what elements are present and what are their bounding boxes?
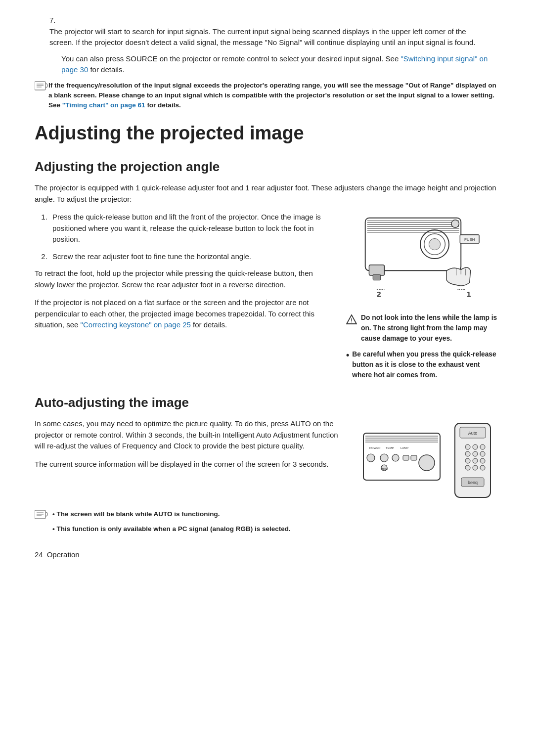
section2-content: In some cases, you may need to optimize … (35, 418, 499, 502)
section2: Auto-adjusting the image In some cases, … (35, 393, 499, 534)
section1-left: Press the quick-release button and lift … (35, 212, 334, 386)
section1-right: PUSH 2 1 ! (346, 212, 499, 386)
auto-note-bullets: • The screen will be blank while AUTO is… (35, 509, 499, 534)
svg-point-57 (480, 465, 485, 470)
svg-text:benq: benq (468, 480, 478, 485)
svg-point-54 (480, 458, 485, 463)
svg-point-37 (392, 454, 399, 461)
svg-text:1: 1 (467, 290, 471, 299)
step2: Screw the rear adjuster foot to fine tun… (49, 251, 334, 263)
svg-point-48 (480, 445, 485, 449)
svg-text:POWER: POWER (369, 446, 381, 449)
svg-rect-18 (369, 265, 384, 275)
timing-chart-link[interactable]: "Timing chart" on page 61 (62, 101, 145, 109)
svg-point-52 (465, 458, 470, 463)
svg-point-42 (419, 455, 435, 471)
svg-point-56 (473, 465, 478, 470)
page-footer: 24 Operation (35, 549, 499, 561)
warning-bullet-1: ! Do not look into the lens while the la… (346, 313, 499, 344)
warning-bullets-list: ! Do not look into the lens while the la… (346, 313, 499, 386)
page-number: 24 (35, 549, 43, 561)
note-bullet-1: • The screen will be blank while AUTO is… (35, 509, 499, 520)
section2-left: In some cases, you may need to optimize … (35, 418, 344, 502)
step7-text: The projector will start to search for i… (49, 26, 486, 48)
projector-diagram: PUSH 2 1 (346, 212, 494, 308)
warning-note-text: If the frequency/resolution of the input… (48, 81, 499, 111)
svg-point-35 (367, 454, 375, 462)
svg-point-53 (473, 458, 478, 463)
section2-title: Auto-adjusting the image (35, 393, 499, 412)
section1-intro: The projector is equipped with 1 quick-r… (35, 182, 499, 205)
svg-rect-40 (403, 455, 409, 460)
svg-rect-41 (411, 455, 417, 460)
svg-text:Auto: Auto (468, 431, 478, 436)
note-bullet-2: • This function is only available when a… (35, 524, 499, 534)
svg-text:PUSH: PUSH (464, 238, 475, 242)
svg-point-55 (465, 465, 470, 470)
note-corner-icon (35, 81, 48, 91)
svg-point-50 (473, 451, 478, 456)
svg-point-51 (480, 451, 485, 456)
svg-point-14 (429, 239, 440, 250)
footer-label: Operation (47, 549, 80, 561)
auto-para1: In some cases, you may need to optimize … (35, 418, 344, 452)
svg-rect-24 (373, 274, 380, 280)
svg-point-49 (465, 451, 470, 456)
svg-point-15 (451, 220, 459, 227)
step7-item: 7. The projector will start to search fo… (49, 15, 499, 48)
page-title: Adjusting the projected image (35, 119, 499, 147)
svg-rect-4 (365, 218, 461, 270)
section1-title: Adjusting the projection angle (35, 157, 499, 177)
svg-text:LAMP: LAMP (400, 446, 408, 449)
step1: Press the quick-release button and lift … (49, 212, 334, 245)
section1-content: Press the quick-release button and lift … (35, 212, 499, 386)
warning-triangle-icon-1: ! (346, 314, 357, 325)
warning-note-box: If the frequency/resolution of the input… (35, 81, 499, 111)
keystone-link[interactable]: "Correcting keystone" on page 25 (81, 320, 191, 329)
warning-bullet-2: • Be careful when you press the quick-re… (346, 350, 499, 380)
svg-text:Mode: Mode (380, 467, 388, 470)
step7-note: You can also press SOURCE on the project… (61, 53, 499, 76)
auto-para2: The current source information will be d… (35, 459, 344, 470)
step7-number: 7. (49, 15, 61, 26)
svg-text:2: 2 (377, 290, 381, 299)
bullet-dot-1: • (346, 351, 349, 359)
auto-diagram: POWER TEMP LAMP Mode Auto (358, 418, 497, 502)
retract-para: To retract the foot, hold up the project… (35, 268, 334, 290)
svg-text:!: ! (351, 317, 353, 323)
keystone-para: If the projector is not placed on a flat… (35, 297, 334, 331)
note-icon-1 (35, 509, 48, 520)
svg-point-47 (473, 445, 478, 449)
steps-list: Press the quick-release button and lift … (49, 212, 334, 262)
svg-point-36 (380, 454, 388, 462)
section2-right: POWER TEMP LAMP Mode Auto (356, 418, 499, 502)
svg-text:TEMP: TEMP (386, 446, 394, 449)
svg-point-46 (465, 445, 470, 449)
